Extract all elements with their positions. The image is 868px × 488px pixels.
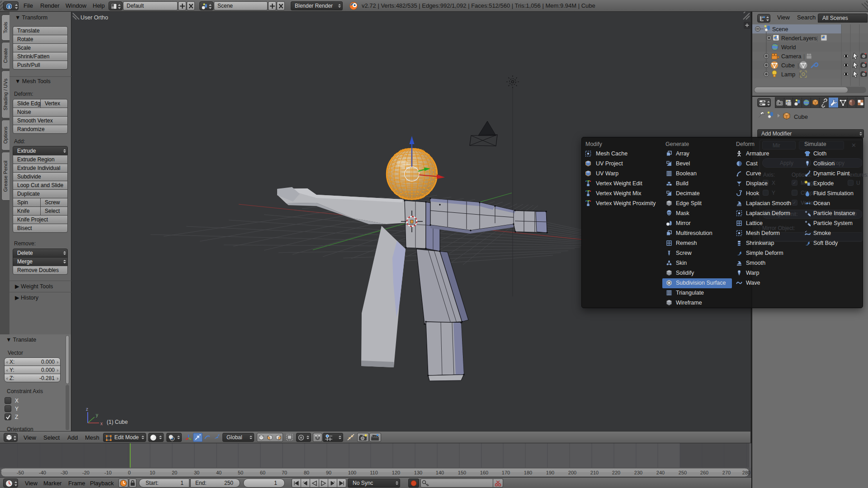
svg-text:140: 140: [436, 470, 444, 475]
svg-text:-50: -50: [17, 470, 24, 475]
svg-text:-40: -40: [39, 470, 46, 475]
svg-text:120: 120: [392, 470, 400, 475]
svg-text:270: 270: [722, 470, 731, 475]
svg-text:-20: -20: [82, 470, 90, 475]
svg-text:RenderLayers: RenderLayers: [781, 35, 817, 42]
svg-text:180: 180: [524, 470, 532, 475]
svg-text:100: 100: [348, 470, 356, 475]
svg-text:260: 260: [700, 470, 708, 475]
svg-text:190: 190: [546, 470, 554, 475]
svg-text:220: 220: [612, 470, 620, 475]
svg-text:60: 60: [260, 470, 265, 475]
svg-text:-30: -30: [61, 470, 68, 475]
svg-text:Cube: Cube: [781, 62, 795, 69]
svg-text:10: 10: [150, 470, 155, 475]
svg-text:20: 20: [172, 470, 177, 475]
svg-text:0: 0: [128, 470, 131, 475]
svg-text:110: 110: [370, 470, 378, 475]
svg-text:150: 150: [458, 470, 466, 475]
svg-text:50: 50: [238, 470, 243, 475]
svg-text:160: 160: [480, 470, 488, 475]
svg-text:-10: -10: [104, 470, 112, 475]
svg-text:40: 40: [216, 470, 222, 475]
svg-text:x: x: [100, 421, 103, 426]
svg-text:Camera: Camera: [781, 53, 802, 60]
svg-text:Scene: Scene: [772, 26, 788, 33]
svg-text:y: y: [96, 413, 98, 418]
svg-text:Lamp: Lamp: [781, 71, 795, 78]
svg-text:World: World: [781, 44, 796, 51]
svg-text:200: 200: [568, 470, 576, 475]
svg-text:30: 30: [194, 470, 199, 475]
svg-text:240: 240: [656, 470, 665, 475]
svg-text:Cube: Cube: [794, 113, 808, 120]
svg-text:|: |: [797, 62, 799, 69]
svg-text:70: 70: [282, 470, 287, 475]
svg-text:z: z: [86, 407, 88, 412]
svg-text:|: |: [803, 53, 805, 60]
svg-text:130: 130: [414, 470, 422, 475]
svg-text:80: 80: [304, 470, 309, 475]
svg-text:90: 90: [326, 470, 331, 475]
svg-text:230: 230: [634, 470, 642, 475]
svg-text:|: |: [816, 35, 818, 42]
svg-text:170: 170: [502, 470, 510, 475]
svg-text:280: 280: [742, 470, 750, 475]
svg-text:250: 250: [679, 470, 687, 475]
svg-text:i: i: [8, 4, 9, 9]
svg-text:210: 210: [590, 470, 599, 475]
